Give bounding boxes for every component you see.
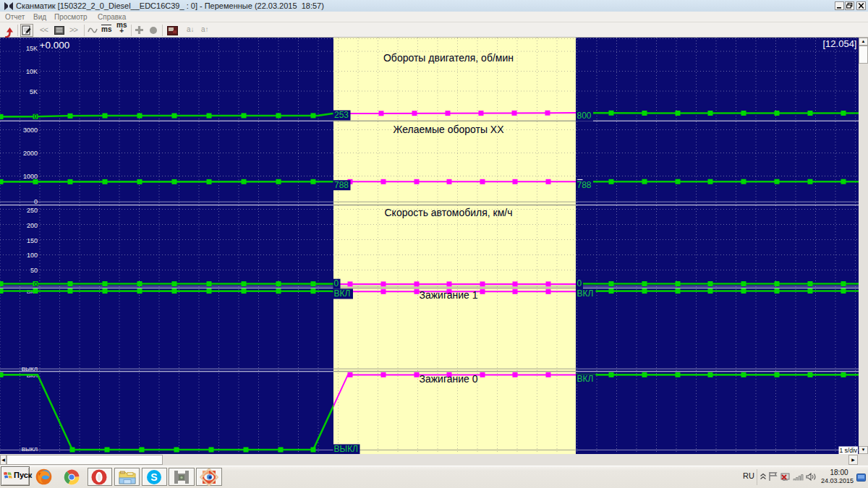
svg-text:788: 788 [334,180,349,190]
svg-text:Зажигание 1: Зажигание 1 [419,289,477,301]
svg-text:0: 0 [34,198,38,205]
svg-text:Зажигание 0: Зажигание 0 [419,373,477,385]
svg-text:10K: 10K [26,68,38,75]
svg-text:5K: 5K [30,88,38,95]
svg-text:Скорость автомобиля, км/ч: Скорость автомобиля, км/ч [384,207,512,218]
svg-text:+0.000: +0.000 [40,40,70,51]
svg-text:3000: 3000 [23,127,38,134]
svg-text:200: 200 [27,222,38,229]
svg-text:2000: 2000 [23,150,38,157]
svg-text:ВКЛ: ВКЛ [577,288,594,299]
svg-text:S: S [150,471,157,483]
svg-text:253: 253 [334,110,349,120]
svg-text:0: 0 [34,281,38,288]
svg-text:0: 0 [577,278,582,288]
svg-text:800: 800 [577,111,592,121]
svg-text:Обороты двигателя, об/мин: Обороты двигателя, об/мин [383,52,514,64]
svg-text:0: 0 [334,278,339,288]
svg-text:15K: 15K [26,45,38,52]
svg-text:ВЫКЛ: ВЫКЛ [22,446,38,453]
svg-text:1 s/div: 1 s/div [840,447,858,454]
svg-text:Желаемые обороты XX: Желаемые обороты XX [393,124,504,135]
svg-text:250: 250 [27,207,38,214]
svg-text:1000: 1000 [23,173,38,180]
svg-text:788: 788 [577,180,592,190]
svg-text:ВКЛ: ВКЛ [577,374,594,384]
svg-text:ВЫКЛ: ВЫКЛ [22,366,38,372]
svg-text:100: 100 [27,252,38,259]
svg-text:0: 0 [33,113,37,120]
svg-text:50: 50 [30,267,38,274]
svg-text:ВЫКЛ: ВЫКЛ [334,444,359,454]
svg-text:[12.054]: [12.054] [823,38,857,49]
svg-text:150: 150 [27,237,38,244]
svg-text:ВКЛ: ВКЛ [334,288,351,299]
